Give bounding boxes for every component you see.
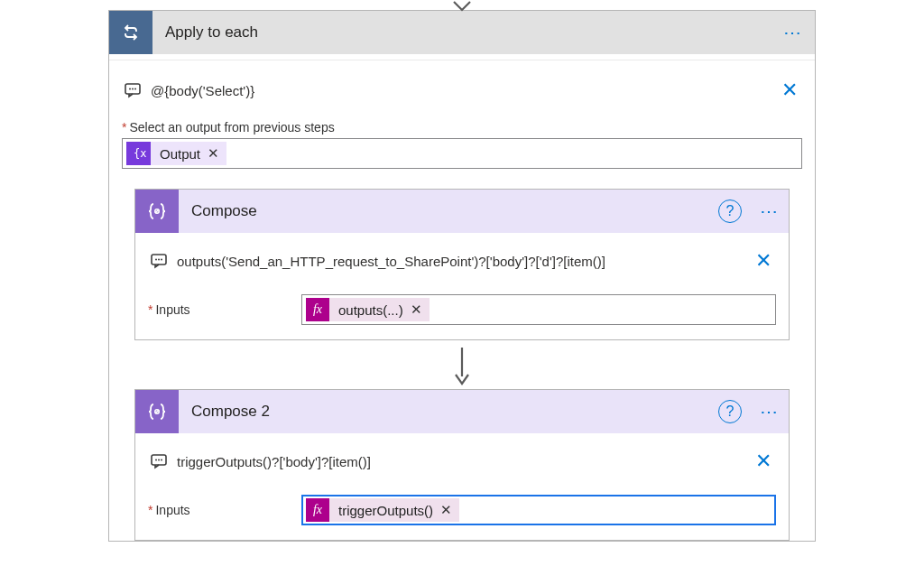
svg-point-1 (129, 88, 131, 90)
loop-icon (109, 11, 152, 54)
compose-inputs-row: *Inputs fx outputs(...) ✕ (148, 294, 776, 325)
connector-arrow (122, 340, 802, 387)
fx-icon: fx (306, 498, 329, 522)
svg-point-13 (155, 459, 157, 461)
apply-to-each-comment-close-button[interactable]: ✕ (777, 79, 802, 102)
svg-point-8 (158, 259, 160, 261)
compose-comment-text: outputs('Send_an_HTTP_request_to_SharePo… (177, 254, 751, 269)
variable-icon: {x} (126, 142, 151, 165)
apply-to-each-comment-row: @{body('Select')} ✕ (122, 68, 802, 118)
apply-to-each-body: @{body('Select')} ✕ *Select an output fr… (109, 60, 815, 541)
compose-inputs-label: *Inputs (148, 302, 292, 317)
required-asterisk: * (148, 503, 152, 517)
svg-text:{x}: {x} (134, 147, 147, 160)
compose2-inputs-row: *Inputs fx triggerOutputs() ✕ (148, 495, 776, 525)
output-token-label: Output (151, 146, 208, 162)
compose-help-button[interactable]: ? (718, 199, 742, 223)
compose-body: outputs('Send_an_HTTP_request_to_SharePo… (135, 233, 789, 339)
comment-icon (148, 450, 170, 472)
output-token-remove[interactable]: ✕ (208, 145, 226, 162)
compose-comment-row: outputs('Send_an_HTTP_request_to_SharePo… (148, 238, 776, 289)
compose-header[interactable]: Compose ? ⋯ (135, 190, 789, 233)
compose2-title: Compose 2 (179, 403, 718, 421)
comment-icon (148, 250, 170, 272)
outputs-expression-label: outputs(...) (329, 302, 411, 318)
compose-inputs-field[interactable]: fx outputs(...) ✕ (301, 294, 776, 325)
apply-to-each-card: Apply to each ⋯ @{body('Select')} ✕ (108, 10, 816, 542)
svg-point-9 (161, 259, 162, 261)
triggeroutputs-expression-remove[interactable]: ✕ (440, 502, 459, 518)
required-asterisk: * (148, 302, 152, 317)
compose2-inputs-label: *Inputs (148, 503, 292, 517)
svg-point-7 (155, 259, 157, 261)
compose2-brackets-icon (135, 390, 179, 433)
apply-to-each-comment-text: @{body('Select')} (151, 83, 777, 98)
required-asterisk: * (122, 120, 126, 135)
svg-point-2 (132, 88, 134, 90)
apply-to-each-title: Apply to each (152, 23, 772, 42)
output-token[interactable]: {x} Output ✕ (126, 142, 226, 165)
compose2-comment-close-button[interactable]: ✕ (751, 450, 776, 473)
compose-brackets-icon (135, 190, 179, 233)
compose2-inputs-field[interactable]: fx triggerOutputs() ✕ (301, 495, 776, 525)
compose-card: Compose ? ⋯ (134, 189, 790, 340)
compose2-header[interactable]: Compose 2 ? ⋯ (135, 390, 789, 433)
compose2-card: Compose 2 ? ⋯ (134, 389, 790, 541)
compose-title: Compose (179, 202, 718, 220)
compose2-comment-row: triggerOutputs()?['body']?[item()] ✕ (148, 439, 776, 489)
comment-icon (122, 79, 143, 101)
compose-menu-button[interactable]: ⋯ (751, 200, 789, 222)
compose2-comment-text: triggerOutputs()?['body']?[item()] (177, 454, 751, 469)
compose-comment-close-button[interactable]: ✕ (751, 249, 776, 273)
apply-to-each-menu-button[interactable]: ⋯ (772, 22, 815, 43)
compose2-help-button[interactable]: ? (718, 400, 742, 423)
fx-icon: fx (306, 298, 329, 321)
triggeroutputs-expression-token[interactable]: fx triggerOutputs() ✕ (306, 498, 459, 522)
previous-steps-input[interactable]: {x} Output ✕ (122, 138, 802, 169)
outputs-expression-remove[interactable]: ✕ (411, 302, 430, 318)
previous-steps-label: *Select an output from previous steps (122, 120, 802, 135)
svg-point-14 (158, 459, 160, 461)
outputs-expression-token[interactable]: fx outputs(...) ✕ (306, 298, 430, 321)
triggeroutputs-expression-label: triggerOutputs() (329, 503, 440, 518)
svg-point-3 (134, 88, 136, 90)
compose2-body: triggerOutputs()?['body']?[item()] ✕ *In… (135, 433, 789, 540)
apply-to-each-header[interactable]: Apply to each ⋯ (109, 11, 815, 54)
svg-point-15 (161, 459, 162, 461)
compose2-menu-button[interactable]: ⋯ (751, 401, 789, 422)
